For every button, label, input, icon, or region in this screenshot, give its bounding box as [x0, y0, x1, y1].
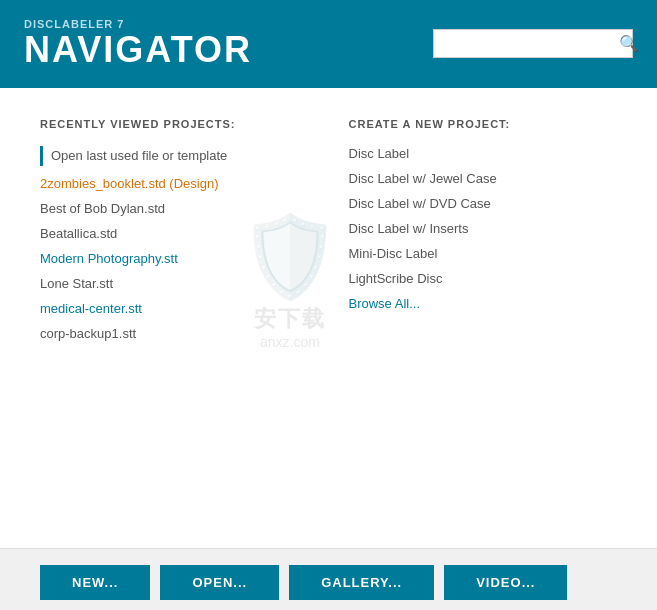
app-title: NAVIGATOR	[24, 30, 252, 70]
blue-bar-indicator	[40, 146, 43, 166]
recent-project-link[interactable]: medical-center.stt	[40, 301, 142, 316]
create-new-section: CREATE A NEW PROJECT: Disc Label Disc La…	[329, 118, 618, 528]
open-button[interactable]: OPEN...	[160, 565, 279, 600]
list-item: Modern Photography.stt	[40, 251, 309, 266]
header: DISCLABELER 7 NAVIGATOR 🔍	[0, 0, 657, 88]
recently-viewed-section: RECENTLY VIEWED PROJECTS: Open last used…	[40, 118, 329, 528]
video-button[interactable]: VIDEO...	[444, 565, 567, 600]
search-box: 🔍	[433, 29, 633, 58]
recently-viewed-list: Open last used file or template 2zombies…	[40, 146, 309, 341]
header-title-block: DISCLABELER 7 NAVIGATOR	[24, 18, 252, 70]
list-item[interactable]: Disc Label w/ Inserts	[349, 221, 618, 236]
list-item[interactable]: Disc Label	[349, 146, 618, 161]
list-item: Lone Star.stt	[40, 276, 309, 291]
search-input[interactable]	[442, 36, 617, 52]
list-item: 2zombies_booklet.std (Design)	[40, 176, 309, 191]
recently-viewed-header: RECENTLY VIEWED PROJECTS:	[40, 118, 309, 130]
recent-project-link[interactable]: Modern Photography.stt	[40, 251, 178, 266]
search-button[interactable]: 🔍	[617, 34, 641, 53]
list-item[interactable]: Disc Label w/ Jewel Case	[349, 171, 618, 186]
list-item: Best of Bob Dylan.std	[40, 201, 309, 216]
new-project-list: Disc Label Disc Label w/ Jewel Case Disc…	[349, 146, 618, 311]
recent-project-link[interactable]: Best of Bob Dylan.std	[40, 201, 165, 216]
recent-project-link[interactable]: Open last used file or template	[51, 148, 227, 163]
create-new-header: CREATE A NEW PROJECT:	[349, 118, 618, 130]
recent-project-link[interactable]: corp-backup1.stt	[40, 326, 136, 341]
footer-buttons: NEW... OPEN... GALLERY... VIDEO...	[0, 548, 657, 610]
recent-project-link[interactable]: 2zombies_booklet.std (Design)	[40, 176, 218, 191]
list-item: Open last used file or template	[40, 146, 309, 166]
list-item[interactable]: Mini-Disc Label	[349, 246, 618, 261]
recent-project-link[interactable]: Beatallica.std	[40, 226, 117, 241]
list-item: Beatallica.std	[40, 226, 309, 241]
main-content: RECENTLY VIEWED PROJECTS: Open last used…	[0, 88, 657, 548]
list-item: medical-center.stt	[40, 301, 309, 316]
new-button[interactable]: NEW...	[40, 565, 150, 600]
list-item[interactable]: Disc Label w/ DVD Case	[349, 196, 618, 211]
recent-project-link[interactable]: Lone Star.stt	[40, 276, 113, 291]
list-item: corp-backup1.stt	[40, 326, 309, 341]
browse-all-link[interactable]: Browse All...	[349, 296, 618, 311]
list-item[interactable]: LightScribe Disc	[349, 271, 618, 286]
gallery-button[interactable]: GALLERY...	[289, 565, 434, 600]
